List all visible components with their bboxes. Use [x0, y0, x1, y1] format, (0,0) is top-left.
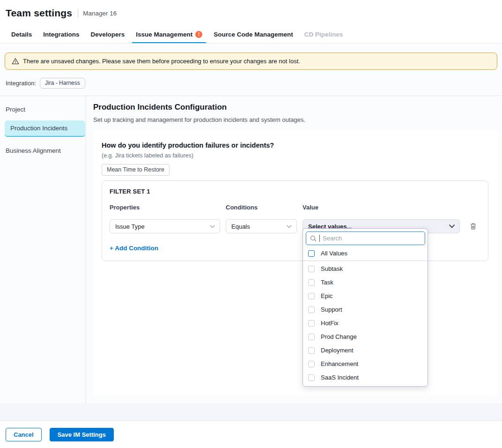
sidebar-item-label: Production Incidents — [10, 125, 67, 132]
integration-chip[interactable]: Jira - Harness — [40, 78, 85, 89]
option-label: Deployment — [321, 347, 353, 354]
dropdown-option-list: Subtask Task Epic Support HotFix Prod Ch… — [303, 261, 428, 387]
filter-column-headers: Properties Conditions Value — [110, 204, 480, 211]
checkbox[interactable] — [308, 266, 315, 272]
option-label: HotFix — [321, 320, 339, 327]
tab-cd-pipelines: CD Pipelines — [301, 26, 347, 43]
sidebar-item-project[interactable]: Project — [0, 102, 85, 118]
sidebar-item-label: Project — [6, 106, 25, 113]
option-label: Enhancement — [321, 360, 358, 367]
option-customer-notification[interactable]: Customer Notification — [303, 384, 428, 387]
option-hotfix[interactable]: HotFix — [303, 316, 428, 330]
checkbox[interactable] — [308, 347, 315, 354]
page-title: Team settings — [6, 7, 72, 19]
option-deployment[interactable]: Deployment — [303, 343, 428, 357]
checkbox[interactable] — [308, 334, 315, 340]
option-label: Prod Change — [321, 333, 357, 340]
checkbox[interactable] — [308, 293, 315, 299]
tab-label: Details — [11, 31, 32, 38]
unsaved-changes-banner: There are unsaved changes. Please save t… — [5, 52, 497, 70]
integration-label: Integration: — [6, 80, 36, 87]
banner-message: There are unsaved changes. Please save t… — [23, 58, 300, 65]
tab-label: Issue Management — [136, 31, 192, 38]
settings-tabbar: Details Integrations Developers Issue Ma… — [0, 26, 502, 44]
page-subtitle: Manager 16 — [83, 10, 117, 17]
tab-label: CD Pipelines — [304, 31, 343, 38]
main-panel: Production Incidents Configuration Set u… — [86, 96, 502, 404]
properties-select-value: Issue Type — [115, 223, 145, 230]
tab-developers[interactable]: Developers — [87, 26, 129, 43]
chevron-down-icon — [449, 224, 455, 228]
warning-icon — [12, 58, 19, 65]
filter-set-1: FILTER SET 1 Properties Conditions Value… — [102, 180, 488, 261]
tab-source-code-management[interactable]: Source Code Management — [210, 26, 297, 43]
sidebar-item-label: Business Alignment — [6, 147, 61, 154]
value-dropdown-panel: All Values Subtask Task Epic Support — [303, 228, 428, 387]
tab-details[interactable]: Details — [7, 26, 36, 43]
option-label: SaaS Incident — [321, 374, 359, 381]
properties-select[interactable]: Issue Type — [110, 219, 220, 233]
filter-set-title: FILTER SET 1 — [110, 188, 480, 195]
tab-issue-management[interactable]: Issue Management ! — [132, 26, 206, 43]
checkbox[interactable] — [308, 320, 315, 327]
option-label: Support — [321, 306, 342, 313]
cancel-button[interactable]: Cancel — [6, 428, 42, 441]
checkbox[interactable] — [308, 306, 315, 313]
option-support[interactable]: Support — [303, 303, 428, 316]
option-saas-incident[interactable]: SaaS Incident — [303, 371, 428, 384]
option-label: Task — [321, 279, 333, 286]
option-task[interactable]: Task — [303, 276, 428, 289]
config-question: How do you identify production failures … — [102, 142, 490, 149]
save-im-settings-button[interactable]: Save IM Settings — [50, 428, 114, 441]
dropdown-search-box — [306, 231, 425, 245]
column-header-value: Value — [303, 204, 460, 211]
trash-icon — [470, 223, 477, 230]
page-header: Team settings Manager 16 — [0, 0, 502, 26]
footer-actions: Cancel Save IM Settings — [0, 420, 502, 448]
text-caret — [319, 235, 320, 242]
team-settings-page: Team settings Manager 16 Details Integra… — [0, 0, 502, 448]
conditions-select-value: Equals — [231, 223, 250, 230]
tab-label: Source Code Management — [214, 31, 293, 38]
integration-row: Integration: Jira - Harness — [6, 78, 502, 88]
section-title: Production Incidents Configuration — [93, 103, 498, 112]
checkbox[interactable] — [308, 361, 315, 367]
sidebar-item-production-incidents[interactable]: Production Incidents — [5, 120, 85, 137]
option-label: Subtask — [321, 265, 343, 272]
option-subtask[interactable]: Subtask — [303, 262, 428, 276]
column-header-properties: Properties — [110, 204, 226, 211]
tab-label: Developers — [91, 31, 125, 38]
alert-badge-icon: ! — [195, 31, 202, 38]
add-condition-button[interactable]: + Add Condition — [110, 245, 158, 252]
option-label: All Values — [321, 250, 347, 257]
metric-chip-mean-time-to-restore[interactable]: Mean Time to Restore — [102, 164, 170, 176]
column-header-conditions: Conditions — [226, 204, 303, 211]
dropdown-search-input[interactable] — [323, 235, 421, 242]
checkbox-all-values[interactable] — [308, 250, 315, 257]
page-background-band — [0, 403, 502, 420]
option-enhancement[interactable]: Enhancement — [303, 357, 428, 371]
option-epic[interactable]: Epic — [303, 289, 428, 303]
checkbox[interactable] — [308, 374, 315, 381]
option-all-values[interactable]: All Values — [303, 247, 428, 260]
checkbox[interactable] — [308, 279, 315, 286]
section-subtitle: Set up tracking and management for produ… — [93, 116, 498, 123]
settings-sidebar: Project Production Incidents Business Al… — [0, 96, 86, 404]
option-prod-change[interactable]: Prod Change — [303, 330, 428, 343]
tab-label: Integrations — [43, 31, 79, 38]
tab-integrations[interactable]: Integrations — [39, 26, 83, 43]
search-icon — [310, 235, 317, 242]
chevron-down-icon — [287, 225, 292, 228]
delete-condition-button[interactable] — [470, 223, 477, 230]
conditions-select[interactable]: Equals — [226, 219, 297, 233]
chevron-down-icon — [210, 225, 215, 228]
option-label: Epic — [321, 292, 332, 299]
title-divider — [78, 9, 78, 17]
configuration-card: How do you identify production failures … — [93, 130, 498, 395]
config-hint: (e.g. Jira tickets labeled as failures) — [102, 152, 490, 159]
sidebar-item-business-alignment[interactable]: Business Alignment — [0, 142, 85, 159]
